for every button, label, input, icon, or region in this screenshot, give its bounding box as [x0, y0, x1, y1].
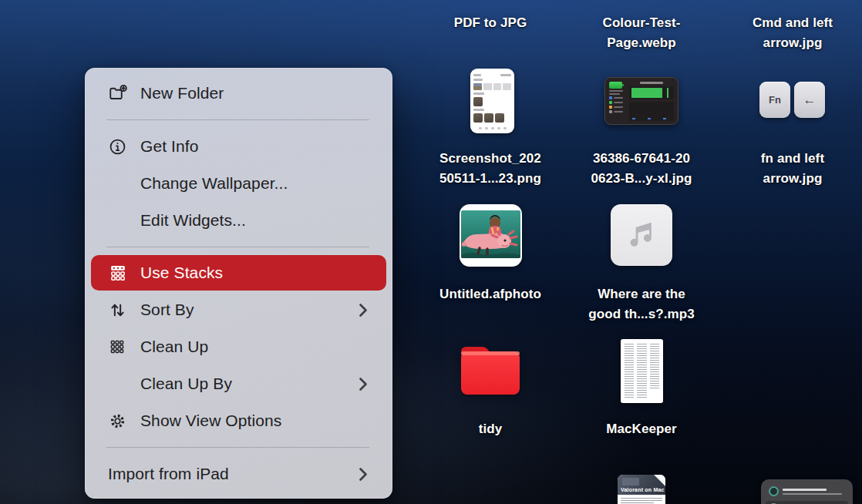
axolotl-photo-thumbnail[interactable]: [460, 204, 522, 267]
menu-item-change-wallpaper[interactable]: Change Wallpaper...: [85, 165, 392, 202]
menu-item-get-info[interactable]: Get Info: [85, 128, 392, 165]
music-note-icon: [625, 218, 658, 252]
menu-item-clean-up-by[interactable]: Clean Up By: [85, 365, 392, 402]
menu-item-import-from-ipad[interactable]: Import from iPad: [85, 455, 392, 492]
webpage-title-text: Valorant on Mac: [621, 487, 665, 492]
phone-screenshot-thumbnail[interactable]: [470, 69, 514, 133]
dark-list-thumbnail[interactable]: [761, 479, 853, 504]
webpage-body-text: [618, 495, 665, 504]
file-label[interactable]: tidy: [413, 419, 567, 439]
file-label[interactable]: Where are the good th...s?.mp3: [564, 284, 719, 324]
menu-item-sort-by[interactable]: Sort By: [85, 291, 392, 328]
file-label[interactable]: fn and left arrow.jpg: [716, 149, 862, 188]
folded-corner-icon: [654, 475, 665, 486]
menu-item-label: Show View Options: [140, 412, 368, 430]
desktop-wallpaper: PDF to JPG Colour-Test- Page.webp Cmd an…: [0, 0, 862, 504]
menu-item-label: Import from iPad: [108, 465, 359, 483]
file-label[interactable]: Untitled.afphoto: [413, 284, 567, 304]
info-icon: [108, 137, 140, 156]
time-machine-icon: [769, 486, 779, 496]
menu-item-new-folder[interactable]: New Folder: [85, 75, 392, 112]
file-label[interactable]: Cmd and left arrow.jpg: [716, 13, 862, 52]
menu-separator: [106, 447, 369, 448]
battery-icon: [609, 82, 622, 89]
new-folder-icon: [108, 83, 140, 103]
keycaps-thumbnail[interactable]: Fn ←: [759, 82, 825, 118]
menu-item-label: Edit Widgets...: [140, 211, 368, 230]
webpage-thumbnail[interactable]: Valorant on Mac: [618, 475, 665, 504]
menu-item-label: New Folder: [140, 84, 368, 102]
menu-item-label: Clean Up: [140, 338, 368, 356]
menu-item-label: Sort By: [140, 301, 359, 319]
list-row: [766, 484, 848, 499]
submenu-chevron-icon: [359, 467, 368, 482]
menu-item-label: Get Info: [140, 137, 368, 156]
battery-app-thumbnail[interactable]: [604, 77, 678, 125]
menu-item-clean-up[interactable]: Clean Up: [85, 328, 392, 365]
file-label[interactable]: Screenshot_202 50511-1...23.png: [413, 149, 567, 188]
file-label[interactable]: PDF to JPG: [413, 13, 567, 33]
submenu-chevron-icon: [359, 303, 368, 318]
menu-item-show-view-options[interactable]: Show View Options: [85, 402, 392, 439]
grid-icon: [108, 338, 140, 356]
file-label[interactable]: 36386-67641-20 0623-B...y-xl.jpg: [564, 149, 719, 188]
menu-item-label: Change Wallpaper...: [140, 174, 368, 193]
audio-file-thumbnail[interactable]: [611, 204, 672, 266]
sort-arrows-icon: [108, 301, 140, 320]
menu-item-edit-widgets[interactable]: Edit Widgets...: [85, 202, 392, 239]
file-label[interactable]: Colour-Test- Page.webp: [564, 13, 719, 52]
menu-separator: [106, 119, 369, 120]
menu-item-label: Clean Up By: [140, 375, 359, 393]
menu-item-use-stacks[interactable]: Use Stacks: [91, 255, 386, 291]
stacks-icon: [108, 263, 140, 283]
file-label[interactable]: MacKeeper: [564, 419, 719, 439]
menu-item-label: Use Stacks: [140, 264, 368, 282]
desktop-context-menu: New Folder Get Info Change Wallpaper... …: [85, 68, 392, 499]
document-thumbnail[interactable]: [621, 339, 663, 403]
list-row: [766, 501, 848, 504]
submenu-chevron-icon: [359, 377, 368, 391]
gear-icon: [108, 412, 140, 431]
menu-separator: [106, 247, 369, 247]
fn-key-icon: Fn: [759, 82, 790, 118]
red-folder-icon[interactable]: [456, 340, 524, 398]
left-arrow-key-icon: ←: [794, 82, 825, 118]
